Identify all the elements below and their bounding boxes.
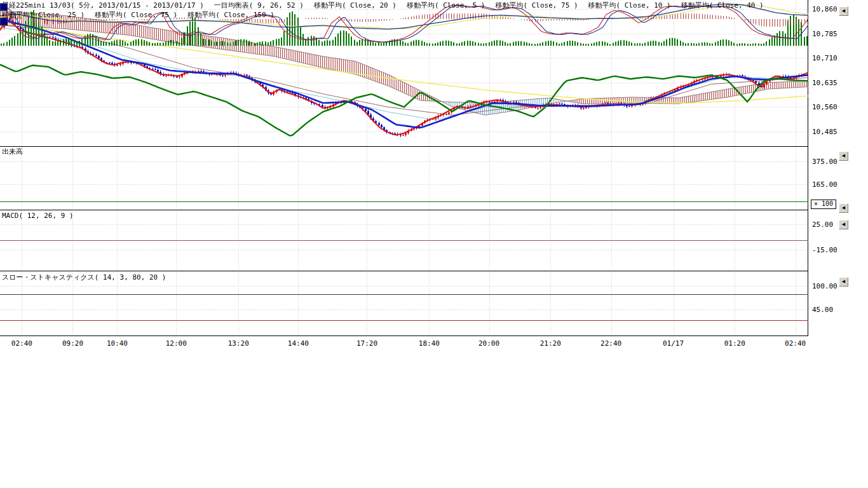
y-axis-label: 45.00 — [812, 306, 833, 314]
panel-scale-arrow-button[interactable]: ◀ — [839, 277, 848, 287]
time-axis-label: 20:00 — [478, 339, 499, 348]
chart-application-window: 日経225mini 13/03( 5分, 2013/01/15 - 2013/0… — [0, 0, 868, 488]
legend-marker-icon — [0, 18, 8, 25]
time-axis-label: 02:40 — [11, 339, 32, 348]
legend-item: 移動平均( Close, 20 ) — [314, 1, 397, 10]
legend-item: 移動平均( Close, 40 ) — [681, 1, 764, 10]
y-axis-label: 25.00 — [812, 220, 833, 229]
y-axis-label: 10,485 — [812, 128, 837, 136]
time-axis-label: 09:20 — [62, 339, 83, 348]
legend-item: 移動平均( Close, 10 ) — [588, 1, 671, 10]
panel-scale-arrow-button[interactable]: ◀ — [839, 203, 848, 213]
time-axis-label: 12:00 — [166, 339, 187, 348]
legend-item: 移動平均( Close, 25 ) — [2, 11, 85, 19]
legend-marker-icon — [0, 3, 8, 11]
legend-row-1: 日経225mini 13/03( 5分, 2013/01/15 - 2013/0… — [2, 1, 764, 10]
time-axis-label: 10:40 — [107, 339, 128, 348]
time-axis-label: 22:40 — [600, 339, 621, 348]
y-axis-label: 10,785 — [812, 30, 837, 38]
volume-multiplier-box[interactable]: × 100 — [811, 200, 836, 209]
legend-item: 移動平均( Close, 5 ) — [407, 1, 485, 10]
y-axis-label: 165.00 — [812, 180, 837, 189]
stoch-panel-label: スロー・ストキャスティクス( 14, 3, 80, 20 ) — [2, 273, 166, 282]
y-axis-label: 100.00 — [812, 282, 837, 290]
legend-row-2: 移動平均( Close, 25 )移動平均( Close, 75 )移動平均( … — [2, 11, 275, 19]
panel-scale-arrow-button[interactable]: ◀ — [839, 220, 848, 229]
y-axis-label: 10,710 — [812, 54, 837, 62]
volume-panel-label: 出来高 — [2, 147, 23, 156]
time-axis-label: 02:40 — [785, 339, 806, 348]
macd-panel-label: MACD( 12, 26, 9 ) — [2, 212, 74, 220]
time-axis-label: 01/17 — [663, 339, 684, 348]
time-axis-label: 13:20 — [228, 339, 249, 348]
time-axis-label: 17:20 — [356, 339, 377, 348]
y-axis-label: 10,635 — [812, 79, 837, 87]
legend-item: 移動平均( Close, 150 ) — [187, 11, 275, 19]
legend-item: 一目均衡表( 9, 26, 52 ) — [214, 1, 304, 10]
time-axis-label: 18:40 — [419, 339, 440, 348]
time-axis-label: 21:20 — [540, 339, 561, 348]
y-axis-label: 375.00 — [812, 158, 837, 166]
y-axis-label: 10,560 — [812, 103, 837, 111]
panel-scale-arrow-button[interactable]: ◀ — [839, 151, 848, 161]
legend-item: 移動平均( Close, 75 ) — [95, 11, 177, 19]
panel-scale-arrow-button[interactable]: ◀ — [839, 6, 848, 16]
time-axis-label: 01:20 — [724, 339, 745, 348]
legend-item: 日経225mini 13/03( 5分, 2013/01/15 - 2013/0… — [2, 1, 204, 10]
time-axis-label: 14:40 — [288, 339, 309, 348]
y-axis-label: 10,860 — [812, 5, 837, 13]
y-axis-label: -15.00 — [812, 246, 837, 254]
legend-item: 移動平均( Close, 75 ) — [495, 1, 578, 10]
